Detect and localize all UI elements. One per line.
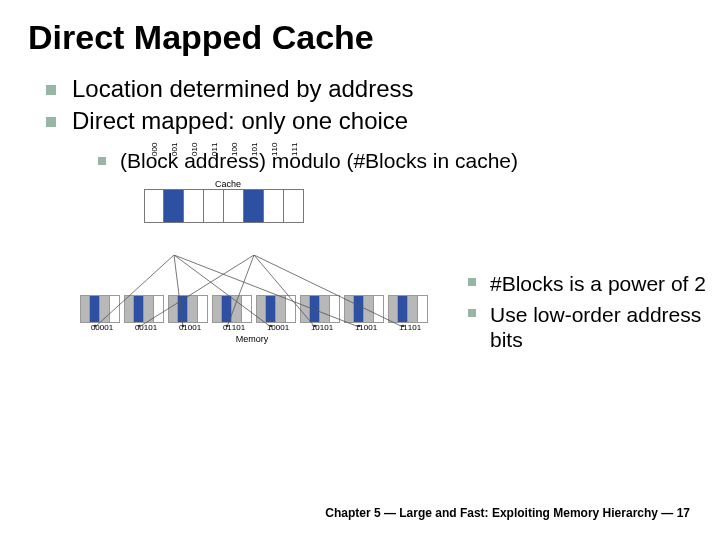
- memory-cell: [154, 295, 164, 323]
- cache-cell-label: 010: [189, 143, 198, 156]
- memory-cell-label: 11101: [388, 323, 432, 332]
- memory-cell: [222, 295, 232, 323]
- bullet-power-of-2: #Blocks is a power of 2: [468, 271, 708, 296]
- cache-cell: 100: [224, 189, 244, 223]
- memory-cell: [100, 295, 110, 323]
- memory-segment: [212, 295, 252, 323]
- memory-cell: [374, 295, 384, 323]
- cache-memory-figure: Cache 000001010011100101110111 000010010…: [78, 179, 438, 344]
- cache-cell-label: 101: [249, 143, 258, 156]
- cache-cell: 000: [144, 189, 164, 223]
- memory-cell: [344, 295, 354, 323]
- cache-cell: 011: [204, 189, 224, 223]
- cache-cell: 111: [284, 189, 304, 223]
- memory-cell: [168, 295, 178, 323]
- slide-footer: Chapter 5 — Large and Fast: Exploiting M…: [325, 506, 690, 520]
- memory-cell-label: 10001: [256, 323, 300, 332]
- cache-caption: Cache: [198, 179, 258, 189]
- right-bullet-list: #Blocks is a power of 2 Use low-order ad…: [468, 271, 708, 359]
- memory-cell: [232, 295, 242, 323]
- memory-cell: [188, 295, 198, 323]
- memory-label-row: 0000100101010010110110001101011100111101: [80, 323, 438, 332]
- memory-cell: [408, 295, 418, 323]
- memory-cell: [300, 295, 310, 323]
- memory-segment: [388, 295, 428, 323]
- memory-cell: [110, 295, 120, 323]
- bullet-direct-mapped: Direct mapped: only one choice (Block ad…: [46, 107, 692, 173]
- memory-cell: [242, 295, 252, 323]
- memory-cell: [198, 295, 208, 323]
- memory-cell-label: 10101: [300, 323, 344, 332]
- sub-bullet-modulo: (Block address) modulo (#Blocks in cache…: [98, 149, 692, 173]
- memory-cell: [90, 295, 100, 323]
- memory-cell-label: 01001: [168, 323, 212, 332]
- cache-cell: 001: [164, 189, 184, 223]
- memory-cell: [364, 295, 374, 323]
- memory-segment: [80, 295, 120, 323]
- cache-cell-label: 111: [289, 143, 298, 156]
- memory-row: [80, 295, 438, 323]
- memory-cell: [212, 295, 222, 323]
- cache-cell-label: 001: [169, 143, 178, 156]
- cache-cell: 010: [184, 189, 204, 223]
- memory-cell: [310, 295, 320, 323]
- cache-row: 000001010011100101110111: [144, 189, 438, 223]
- memory-cell-label: 01101: [212, 323, 256, 332]
- memory-cell: [398, 295, 408, 323]
- memory-cell: [144, 295, 154, 323]
- memory-segment: [344, 295, 384, 323]
- sub-bullet-list: (Block address) modulo (#Blocks in cache…: [72, 149, 692, 173]
- memory-cell: [330, 295, 340, 323]
- bullet-low-order-bits: Use low-order address bits: [468, 302, 708, 352]
- memory-cell: [124, 295, 134, 323]
- cache-cell-label: 100: [229, 143, 238, 156]
- memory-cell: [418, 295, 428, 323]
- memory-cell: [80, 295, 90, 323]
- memory-cell: [178, 295, 188, 323]
- memory-cell: [276, 295, 286, 323]
- cache-cell-label: 000: [150, 143, 159, 156]
- memory-cell: [388, 295, 398, 323]
- memory-segment: [124, 295, 164, 323]
- bullet-direct-mapped-text: Direct mapped: only one choice: [72, 107, 408, 134]
- bullet-location: Location determined by address: [46, 75, 692, 103]
- memory-segment: [168, 295, 208, 323]
- memory-cell: [354, 295, 364, 323]
- memory-segment: [256, 295, 296, 323]
- cache-cell-label: 110: [269, 143, 278, 156]
- memory-segment: [300, 295, 340, 323]
- memory-cell: [256, 295, 266, 323]
- memory-cell-label: 00001: [80, 323, 124, 332]
- memory-cell-label: 00101: [124, 323, 168, 332]
- memory-cell: [286, 295, 296, 323]
- cache-cell-label: 011: [209, 143, 218, 156]
- slide-title: Direct Mapped Cache: [28, 18, 692, 57]
- memory-cell: [134, 295, 144, 323]
- cache-cell: 101: [244, 189, 264, 223]
- memory-caption: Memory: [78, 334, 426, 344]
- memory-cell-label: 11001: [344, 323, 388, 332]
- cache-cell: 110: [264, 189, 284, 223]
- top-bullet-list: Location determined by address Direct ma…: [28, 75, 692, 173]
- memory-cell: [266, 295, 276, 323]
- memory-cell: [320, 295, 330, 323]
- slide: Direct Mapped Cache Location determined …: [0, 0, 720, 540]
